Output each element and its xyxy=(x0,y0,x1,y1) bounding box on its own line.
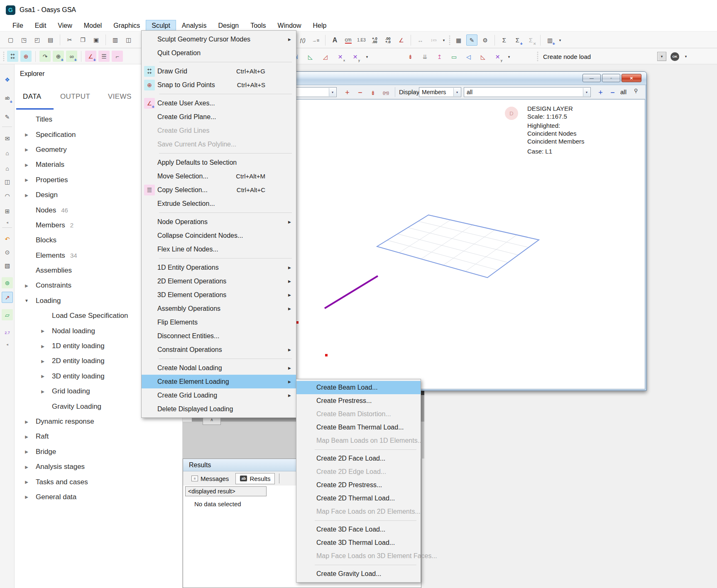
sculpt-cursor-icon[interactable]: ✎ xyxy=(466,34,477,46)
menu-item-node-operations[interactable]: Node Operations▶ xyxy=(142,215,296,229)
pin-icon[interactable]: ⚲ xyxy=(634,88,638,94)
chevron-collapsed-icon[interactable]: ▶ xyxy=(23,147,30,152)
fit-height-icon[interactable]: ↕▭ xyxy=(428,34,439,46)
tree-item-raft[interactable]: ▶Raft xyxy=(15,429,183,444)
shrink-elements-icon[interactable]: ⊚ xyxy=(2,277,13,288)
chevron-collapsed-icon[interactable]: ▶ xyxy=(23,178,30,182)
more-decimals-icon[interactable]: +.0.00 xyxy=(369,34,380,46)
vault-icon[interactable]: ◠ xyxy=(2,190,13,201)
tree-item-tasks-and-cases[interactable]: ▶Tasks and cases xyxy=(15,474,183,489)
menu-item-disconnect-entities-[interactable]: Disconnect Entities... xyxy=(142,329,296,343)
portal-frame-icon[interactable]: ⌂ xyxy=(2,147,13,159)
entity-filter-combobox[interactable]: all▾ xyxy=(464,87,591,97)
menu-item-create-element-loading[interactable]: Create Element Loading▶ xyxy=(142,375,296,388)
tab-output[interactable]: OUTPUT xyxy=(60,93,90,101)
space-structure-icon[interactable]: ◫ xyxy=(2,176,13,187)
chevron-collapsed-icon[interactable]: ▶ xyxy=(39,359,46,364)
menu-item-2d-element-operations[interactable]: 2D Element Operations▶ xyxy=(142,274,296,288)
minimize-button[interactable]: — xyxy=(582,74,601,82)
chevron-down-icon[interactable]: ▾ xyxy=(329,88,336,96)
copy-icon[interactable]: ❐ xyxy=(77,34,88,45)
menu-item-create-prestress-[interactable]: Create Prestress... xyxy=(296,394,421,407)
dropdown-arrow-icon[interactable]: ▾ xyxy=(507,55,511,59)
copy-selection-icon[interactable]: ☰ xyxy=(98,51,110,62)
menu-item-map-face-loads-on-2d-elements-[interactable]: Map Face Loads on 2D Elements... xyxy=(296,505,421,518)
menubar-item-analysis[interactable]: Analysis xyxy=(176,20,213,31)
animate-icon[interactable]: ((•)) xyxy=(380,87,392,98)
draw-grid-icon[interactable]: ++++ xyxy=(7,51,18,62)
tab-views[interactable]: VIEWS xyxy=(108,93,132,101)
function-icon[interactable]: ƒ() xyxy=(297,34,308,46)
polygon-select-icon[interactable]: ▱ xyxy=(2,309,13,320)
table-view-icon[interactable]: ▦ xyxy=(453,34,464,46)
output-views-icon[interactable]: ab+ xyxy=(2,93,13,104)
sculpt-tool-icon[interactable]: ✎ xyxy=(2,111,13,122)
save-icon[interactable]: ▤ xyxy=(45,34,56,45)
sum-icon[interactable]: Σ xyxy=(499,34,510,46)
menu-item-create-3d-thermal-load-[interactable]: Create 3D Thermal Load... xyxy=(296,536,421,549)
create-node-load-icon[interactable]: ⇟ xyxy=(405,51,416,62)
create-axes-icon[interactable]: ∠+ xyxy=(85,51,96,62)
menu-item-sculpt-geometry-cursor-modes[interactable]: Sculpt Geometry Cursor Modes▶ xyxy=(142,32,296,46)
delete-loads-icon[interactable]: ⇟ xyxy=(367,87,379,98)
create-patch-load-icon[interactable]: ◿ xyxy=(320,51,331,62)
menu-item-collapse-coincident-nodes-[interactable]: Collapse Coincident Nodes... xyxy=(142,229,296,242)
menu-item-create-grid-lines[interactable]: Create Grid Lines xyxy=(142,124,296,137)
tree-item-general-data[interactable]: ▶General data xyxy=(15,490,183,505)
menu-item-create-grid-plane-[interactable]: Create Grid Plane... xyxy=(142,110,296,124)
tab-data[interactable]: DATA xyxy=(23,93,41,101)
menu-item-quit-operation[interactable]: Quit Operation xyxy=(142,46,296,60)
sculpt-arc-icon[interactable]: ↷ xyxy=(39,51,51,62)
menubar-item-file[interactable]: File xyxy=(7,20,29,31)
displayed-result-header[interactable]: <displayed result> xyxy=(185,486,267,496)
menu-item-create-grid-loading[interactable]: Create Grid Loading▶ xyxy=(142,388,296,402)
maximize-button[interactable]: ▫ xyxy=(602,74,620,82)
chevron-down-icon[interactable]: ▾ xyxy=(583,88,590,96)
create-settlement-icon[interactable]: ⇊ xyxy=(419,51,431,62)
add-node-icon[interactable]: ⊕+ xyxy=(53,51,64,62)
menu-item-3d-element-operations[interactable]: 3D Element Operations▶ xyxy=(142,288,296,302)
axes-mode-icon[interactable]: ↗ xyxy=(2,292,13,303)
add-case-button[interactable]: + xyxy=(342,87,353,98)
menu-item-move-selection-[interactable]: Move Selection...Ctrl+Alt+M xyxy=(142,169,296,183)
menu-item-extrude-selection-[interactable]: Extrude Selection... xyxy=(142,197,296,210)
menu-item-assembly-operations[interactable]: Assembly Operations▶ xyxy=(142,302,296,315)
menu-item-snap-to-grid-points[interactable]: ⊕Snap to Grid PointsCtrl+Alt+S xyxy=(142,78,296,92)
menu-item-create-beam-distortion-[interactable]: Create Beam Distortion... xyxy=(296,407,421,421)
menubar-item-graphics[interactable]: Graphics xyxy=(108,20,146,31)
numeric-format-icon[interactable]: 1.E3 xyxy=(356,34,367,46)
menu-item-flip-elements[interactable]: Flip Elements xyxy=(142,315,296,329)
fewer-decimals-icon[interactable]: .00+.0 xyxy=(382,34,394,46)
chevron-collapsed-icon[interactable]: ▶ xyxy=(39,329,46,333)
goto-icon[interactable]: →≡ xyxy=(310,34,321,46)
chevron-collapsed-icon[interactable]: ▶ xyxy=(23,420,30,424)
toolbar-drag-handle[interactable] xyxy=(536,51,539,62)
print-icon[interactable]: ▥ xyxy=(110,34,121,45)
undo-icon[interactable]: ↶ xyxy=(2,233,13,244)
dropdown-arrow-icon[interactable]: ▾ xyxy=(365,55,370,59)
menubar-item-design[interactable]: Design xyxy=(212,20,245,31)
menu-item-draw-grid[interactable]: ++++Draw GridCtrl+Alt+G xyxy=(142,64,296,78)
cut-icon[interactable]: ✂ xyxy=(64,34,75,45)
create-distortion-x-icon[interactable]: ✕x xyxy=(335,51,346,62)
chevron-expanded-icon[interactable]: ▼ xyxy=(23,298,30,303)
dropdown-arrow-icon[interactable]: ▾ xyxy=(683,54,688,59)
menubar-item-window[interactable]: Window xyxy=(272,20,307,31)
chevron-collapsed-icon[interactable]: ▶ xyxy=(39,389,46,394)
chevron-collapsed-icon[interactable]: ▶ xyxy=(23,495,30,499)
collapse-strip-icon[interactable]: ◂ xyxy=(2,217,13,228)
operation-dropdown-button[interactable]: ▾ xyxy=(657,52,666,61)
menubar-item-model[interactable]: Model xyxy=(78,20,108,31)
menu-item-delete-displayed-loading[interactable]: Delete Displayed Loading xyxy=(142,402,296,416)
add-view-button[interactable]: + xyxy=(595,87,606,98)
menu-item-create-2d-thermal-load-[interactable]: Create 2D Thermal Load... xyxy=(296,492,421,505)
menu-item-copy-selection-[interactable]: ☰Copy Selection...Ctrl+Alt+C xyxy=(142,183,296,197)
menu-item-apply-defaults-to-selection[interactable]: Apply Defaults to Selection xyxy=(142,156,296,169)
create-face-load-icon[interactable]: ▭ xyxy=(448,51,460,62)
move-selection-icon[interactable]: ⌐ xyxy=(112,51,123,62)
chevron-collapsed-icon[interactable]: ▶ xyxy=(39,344,46,349)
toolbar-drag-handle[interactable] xyxy=(2,51,5,62)
chevron-collapsed-icon[interactable]: ▶ xyxy=(23,434,30,439)
tab-results[interactable]: ab Results xyxy=(235,473,275,484)
font-icon[interactable]: A xyxy=(329,34,340,46)
